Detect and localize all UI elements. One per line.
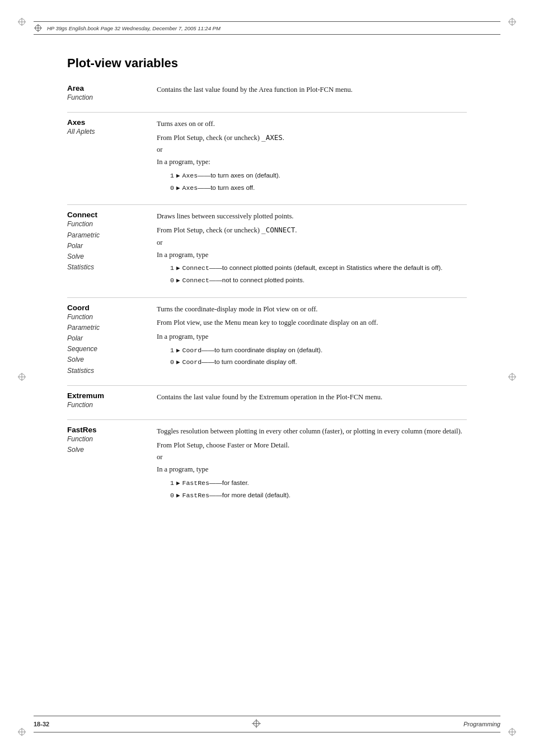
code-keyword: Connect	[182, 263, 209, 274]
footer-crosshair-icon	[251, 718, 261, 730]
entry-left-3: CoordFunctionParametricPolarSequenceSolv…	[67, 304, 157, 376]
entry-right-2: Draws lines between successively plotted…	[157, 211, 467, 288]
desc-paragraph: In a program, type	[157, 464, 467, 475]
desc-paragraph: Toggles resolution between plotting in e…	[157, 426, 467, 437]
arrow-icon: ▶	[176, 183, 180, 194]
code-line: 0▶Axes——to turn axes off.	[170, 183, 467, 194]
desc-paragraph: Contains the last value found by the Are…	[157, 84, 467, 96]
entry-right-5: Toggles resolution between plotting in e…	[157, 426, 467, 503]
entry-coord: CoordFunctionParametricPolarSequenceSolv…	[67, 304, 467, 376]
code-comment: ——to connect plotted points (default, ex…	[209, 263, 443, 274]
entry-left-1: AxesAll Aplets	[67, 118, 157, 137]
entry-right-3: Turns the coordinate-display mode in Plo…	[157, 304, 467, 370]
side-mark-left	[17, 372, 27, 384]
side-mark-right	[507, 372, 517, 384]
term-label: FastRes	[67, 426, 146, 434]
entry-right-0: Contains the last value found by the Are…	[157, 84, 467, 98]
entry-left-2: ConnectFunctionParametricPolarSolveStati…	[67, 211, 157, 273]
corner-mark-br	[507, 727, 517, 739]
entry-divider	[67, 385, 467, 386]
corner-mark-tr	[507, 17, 517, 29]
page-title: Plot-view variables	[67, 56, 467, 71]
sub-term-label: Function	[67, 400, 146, 410]
code-number: 0	[170, 357, 174, 368]
code-keyword: Axes	[182, 170, 198, 181]
top-header-bar: HP 39gs English.book Page 32 Wednesday, …	[34, 21, 500, 35]
code-comment: ——for more detail (default).	[209, 490, 291, 501]
code-keyword: FastRes	[182, 490, 209, 501]
sub-term-label: Statistics	[67, 262, 146, 273]
entry-left-0: AreaFunction	[67, 84, 157, 103]
term-label: Area	[67, 84, 146, 92]
desc-paragraph: Turns the coordinate-display mode in Plo…	[157, 304, 467, 315]
desc-paragraph: Draws lines between successively plotted…	[157, 211, 467, 222]
arrow-icon: ▶	[176, 276, 180, 286]
code-comment: ——for faster.	[209, 478, 249, 489]
desc-paragraph: From Plot Setup, choose Faster or More D…	[157, 440, 467, 451]
code-line: 1▶Coord——to turn coordinate display on (…	[170, 345, 467, 356]
main-content: Plot-view variables AreaFunctionContains…	[45, 56, 489, 503]
entry-connect: ConnectFunctionParametricPolarSolveStati…	[67, 211, 467, 288]
entries-container: AreaFunctionContains the last value foun…	[67, 84, 467, 503]
sub-term-label: Parametric	[67, 323, 146, 333]
arrow-icon: ▶	[176, 171, 180, 181]
entry-right-1: Turns axes on or off.From Plot Setup, ch…	[157, 118, 467, 195]
desc-paragraph: In a program, type	[157, 331, 467, 343]
entry-extremum: ExtremumFunctionContains the last value …	[67, 391, 467, 410]
code-comment: ——to turn coordinate display on (default…	[202, 345, 322, 356]
page: HP 39gs English.book Page 32 Wednesday, …	[0, 0, 534, 756]
entry-divider	[67, 112, 467, 113]
entry-area: AreaFunctionContains the last value foun…	[67, 84, 467, 103]
arrow-icon: ▶	[176, 478, 180, 489]
entry-left-4: ExtremumFunction	[67, 391, 157, 410]
header-crosshair-icon	[34, 24, 43, 32]
sub-term-label: Solve	[67, 251, 146, 262]
code-number: 1	[170, 170, 174, 181]
footer-section-name: Programming	[463, 721, 500, 727]
code-comment: ——to turn axes off.	[198, 183, 255, 194]
entry-divider	[67, 204, 467, 205]
term-label: Connect	[67, 211, 146, 219]
sub-term-label: All Aplets	[67, 127, 146, 137]
sub-term-label: Function	[67, 312, 146, 323]
term-label: Axes	[67, 118, 146, 127]
code-block: 1▶Coord——to turn coordinate display on (…	[170, 345, 467, 368]
code-line: 1▶Axes——to turn axes on (default).	[170, 170, 467, 181]
desc-paragraph: In a program, type	[157, 249, 467, 261]
entry-divider	[67, 419, 467, 420]
arrow-icon: ▶	[176, 346, 180, 356]
sub-term-label: Solve	[67, 445, 146, 455]
desc-paragraph: In a program, type:	[157, 156, 467, 168]
code-line: 0▶Coord——to turn coordinate display off.	[170, 357, 467, 368]
code-keyword: Connect	[182, 275, 209, 286]
term-label: Coord	[67, 304, 146, 312]
corner-mark-tl	[17, 17, 27, 29]
code-number: 1	[170, 263, 174, 274]
code-number: 1	[170, 345, 174, 356]
corner-mark-bl	[17, 727, 27, 739]
term-label: Extremum	[67, 391, 146, 400]
code-number: 0	[170, 275, 174, 286]
entry-left-5: FastResFunctionSolve	[67, 426, 157, 455]
or-separator: or	[157, 239, 467, 247]
arrow-icon: ▶	[176, 491, 180, 501]
desc-paragraph: From Plot Setup, check (or uncheck) _AXE…	[157, 132, 467, 144]
or-separator: or	[157, 146, 467, 154]
sub-term-label: Sequence	[67, 344, 146, 354]
code-comment: ——not to connect plotted points.	[209, 275, 305, 286]
entry-fastres: FastResFunctionSolveToggles resolution b…	[67, 426, 467, 503]
entry-axes: AxesAll ApletsTurns axes on or off.From …	[67, 118, 467, 195]
sub-term-label: Function	[67, 92, 146, 103]
sub-term-label: Function	[67, 434, 146, 445]
code-number: 0	[170, 183, 174, 194]
code-line: 0▶FastRes——for more detail (default).	[170, 490, 467, 501]
code-block: 1▶Connect——to connect plotted points (de…	[170, 263, 467, 286]
footer: 18-32 Programming	[34, 716, 500, 732]
sub-term-label: Solve	[67, 354, 146, 365]
code-line: 0▶Connect——not to connect plotted points…	[170, 275, 467, 286]
code-keyword: Coord	[182, 357, 202, 368]
arrow-icon: ▶	[176, 357, 180, 368]
code-line: 1▶FastRes——for faster.	[170, 478, 467, 489]
desc-paragraph: From Plot view, use the Menu mean key to…	[157, 317, 467, 329]
sub-term-label: Polar	[67, 241, 146, 251]
